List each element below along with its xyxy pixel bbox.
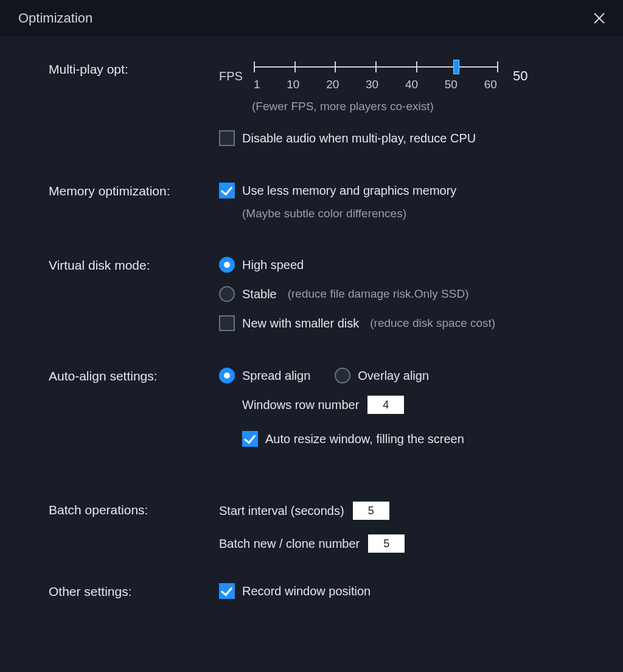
disable-audio-row: Disable audio when multi-play, reduce CP… <box>219 130 605 146</box>
fps-tick: 50 <box>445 78 458 91</box>
row-number-input[interactable] <box>367 396 404 414</box>
disable-audio-label: Disable audio when multi-play, reduce CP… <box>242 131 476 145</box>
fps-hint: (Fewer FPS, more players co-exist) <box>252 100 605 113</box>
auto-resize-row: Auto resize window, filling the screen <box>242 431 605 447</box>
fps-tick: 10 <box>287 78 299 91</box>
auto-resize-checkbox[interactable] <box>242 431 258 447</box>
row-number-field: Windows row number <box>242 396 605 414</box>
vdisk-smaller-row: New with smaller disk (reduce disk space… <box>219 315 605 331</box>
section-other: Other settings: Record window position <box>49 583 605 599</box>
section-batch: Batch operations: Start interval (second… <box>49 502 605 553</box>
clone-number-label: Batch new / clone number <box>219 537 360 551</box>
start-interval-label: Start interval (seconds) <box>219 504 344 518</box>
fps-tick: 30 <box>366 78 378 91</box>
record-position-row: Record window position <box>219 583 605 599</box>
batch-controls: Start interval (seconds) Batch new / clo… <box>219 502 605 553</box>
multi-play-label: Multi-play opt: <box>49 61 219 77</box>
vdisk-high-speed-row: High speed <box>219 257 605 273</box>
other-controls: Record window position <box>219 583 605 599</box>
fps-slider[interactable]: 1 10 20 30 40 50 60 <box>254 61 497 91</box>
use-less-memory-label: Use less memory and graphics memory <box>242 184 456 198</box>
vdisk-stable-hint: (reduce file damage risk.Only SSD) <box>288 287 469 301</box>
auto-resize-label: Auto resize window, filling the screen <box>265 432 464 446</box>
dialog-content: Multi-play opt: FPS <box>0 37 623 599</box>
row-number-label: Windows row number <box>242 398 359 412</box>
other-label: Other settings: <box>49 583 219 599</box>
fps-tick: 60 <box>484 78 497 91</box>
vdisk-stable-label: Stable <box>242 287 277 301</box>
vdisk-smaller-hint: (reduce disk space cost) <box>370 317 495 330</box>
fps-current-value: 50 <box>513 68 527 84</box>
record-position-checkbox[interactable] <box>219 583 235 599</box>
clone-number-input[interactable] <box>368 534 405 553</box>
fps-tick: 1 <box>254 78 260 91</box>
titlebar: Optimization <box>0 0 623 37</box>
align-mode-group: Spread align Overlay align <box>219 368 605 383</box>
vdisk-stable-radio[interactable] <box>219 286 235 302</box>
section-memory: Memory optimization: Use less memory and… <box>49 183 605 220</box>
close-button[interactable] <box>589 8 610 29</box>
fps-tick-labels: 1 10 20 30 40 50 60 <box>254 78 497 91</box>
virtual-disk-controls: High speed Stable (reduce file damage ri… <box>219 257 605 331</box>
memory-label: Memory optimization: <box>49 183 219 198</box>
dialog-title: Optimization <box>18 10 92 26</box>
spread-align-radio[interactable] <box>219 368 235 383</box>
memory-controls: Use less memory and graphics memory (May… <box>219 183 605 220</box>
batch-label: Batch operations: <box>49 502 219 517</box>
virtual-disk-label: Virtual disk mode: <box>49 257 219 273</box>
fps-slider-thumb[interactable] <box>453 60 459 74</box>
section-virtual-disk: Virtual disk mode: High speed Stable (re… <box>49 257 605 331</box>
fps-tick: 20 <box>326 78 339 91</box>
fps-prefix-label: FPS <box>219 69 243 83</box>
fps-tick: 40 <box>405 78 418 91</box>
overlay-align-radio[interactable] <box>335 368 350 383</box>
start-interval-field: Start interval (seconds) <box>219 502 605 520</box>
auto-align-controls: Spread align Overlay align Windows row n… <box>219 368 605 447</box>
start-interval-input[interactable] <box>353 502 389 520</box>
record-position-label: Record window position <box>242 584 371 598</box>
vdisk-high-speed-radio[interactable] <box>219 257 235 273</box>
memory-hint: (Maybe subtle color differences) <box>242 207 605 220</box>
use-less-memory-checkbox[interactable] <box>219 183 235 198</box>
section-multi-play: Multi-play opt: FPS <box>49 61 605 146</box>
spread-align-label: Spread align <box>242 369 310 383</box>
overlay-align-row: Overlay align <box>335 368 429 383</box>
clone-number-field: Batch new / clone number <box>219 534 605 553</box>
disable-audio-checkbox[interactable] <box>219 130 235 146</box>
vdisk-smaller-checkbox[interactable] <box>219 315 235 331</box>
overlay-align-label: Overlay align <box>358 369 429 383</box>
auto-align-label: Auto-align settings: <box>49 368 219 383</box>
vdisk-smaller-label: New with smaller disk <box>242 317 359 331</box>
vdisk-stable-row: Stable (reduce file damage risk.Only SSD… <box>219 286 605 302</box>
fps-slider-row: FPS 1 10 <box>219 61 605 91</box>
multi-play-controls: FPS 1 10 <box>219 61 605 146</box>
use-less-memory-row: Use less memory and graphics memory <box>219 183 605 198</box>
spread-align-row: Spread align <box>219 368 310 383</box>
vdisk-high-speed-label: High speed <box>242 258 304 272</box>
section-auto-align: Auto-align settings: Spread align Overla… <box>49 368 605 447</box>
close-icon <box>593 12 606 25</box>
